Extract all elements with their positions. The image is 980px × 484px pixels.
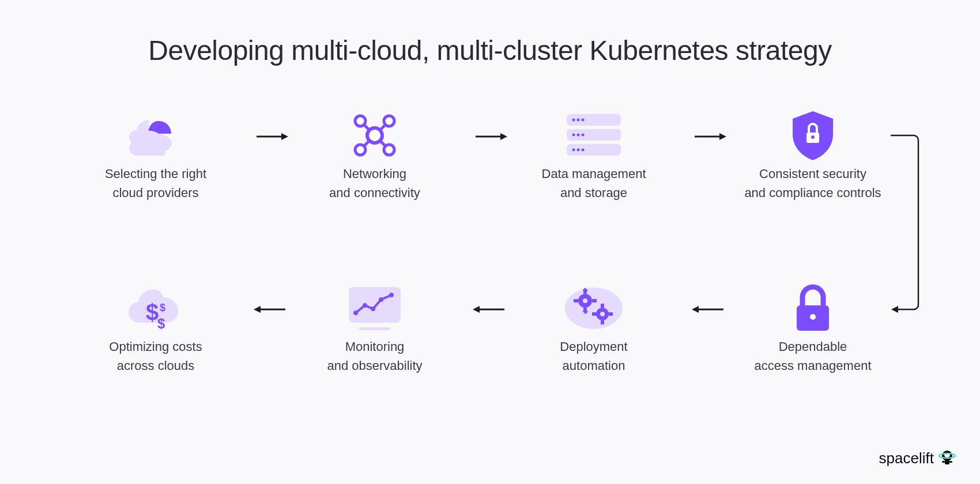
- step-label: Optimizing costs across clouds: [81, 337, 231, 375]
- monitor-chart-icon: [300, 279, 450, 337]
- shield-icon: [738, 107, 888, 164]
- cloud-cost-icon: $ $ $: [81, 279, 231, 337]
- svg-rect-54: [359, 327, 390, 330]
- svg-point-46: [600, 312, 605, 316]
- svg-rect-68: [945, 460, 949, 464]
- svg-point-25: [577, 149, 580, 152]
- arrow-right-icon: [692, 131, 726, 142]
- svg-rect-69: [942, 461, 945, 463]
- astronaut-icon: [937, 448, 957, 468]
- brand-logo: spacelift: [879, 448, 957, 468]
- svg-rect-42: [592, 299, 597, 302]
- arrow-left-icon: [692, 304, 726, 315]
- step-label: Monitoring and observability: [300, 337, 450, 375]
- step-networking: Networking and connectivity: [300, 107, 450, 202]
- svg-point-55: [353, 311, 358, 315]
- step-monitoring: Monitoring and observability: [300, 279, 450, 375]
- brand-name: spacelift: [879, 449, 934, 467]
- svg-text:$: $: [146, 300, 159, 325]
- svg-point-38: [583, 298, 587, 303]
- svg-rect-70: [949, 461, 952, 463]
- svg-point-33: [810, 314, 816, 320]
- step-access-mgmt: Dependable access management: [738, 279, 888, 375]
- svg-point-9: [355, 116, 365, 126]
- svg-point-22: [577, 134, 580, 137]
- arrow-right-icon: [254, 131, 288, 142]
- svg-marker-52: [473, 306, 480, 313]
- cloud-icon: [81, 107, 231, 164]
- svg-point-18: [572, 119, 575, 122]
- step-label: Selecting the right cloud providers: [81, 164, 231, 202]
- arrow-right-icon: [473, 131, 507, 142]
- svg-rect-41: [574, 299, 578, 302]
- network-icon: [300, 107, 450, 164]
- svg-rect-47: [601, 304, 604, 308]
- svg-point-57: [371, 307, 375, 311]
- svg-point-58: [379, 297, 383, 302]
- arrow-left-icon: [473, 304, 507, 315]
- database-icon: [519, 107, 669, 164]
- step-cost-optimize: $ $ $ Optimizing costs across clouds: [81, 279, 231, 375]
- svg-marker-28: [719, 133, 726, 140]
- svg-point-10: [384, 116, 394, 126]
- step-label: Networking and connectivity: [300, 164, 450, 202]
- svg-marker-3: [281, 133, 288, 140]
- svg-rect-50: [609, 312, 613, 316]
- svg-point-12: [384, 145, 394, 155]
- svg-text:$: $: [157, 316, 165, 331]
- svg-point-11: [355, 145, 365, 155]
- svg-point-19: [577, 119, 580, 122]
- step-cloud-providers: Selecting the right cloud providers: [81, 107, 231, 202]
- flow-container: Selecting the right cloud providers Netw…: [81, 107, 899, 429]
- step-label: Dependable access management: [738, 337, 888, 375]
- step-data-storage: Data management and storage: [519, 107, 669, 202]
- svg-point-30: [811, 135, 815, 139]
- svg-rect-48: [601, 320, 604, 324]
- svg-point-8: [367, 128, 382, 143]
- svg-rect-49: [592, 312, 596, 316]
- svg-point-23: [582, 134, 585, 137]
- step-label: Deployment automation: [519, 337, 669, 375]
- svg-marker-31: [891, 306, 898, 313]
- svg-point-20: [582, 119, 585, 122]
- step-security: Consistent security and compliance contr…: [738, 107, 888, 202]
- svg-point-59: [389, 293, 394, 297]
- svg-marker-61: [254, 306, 261, 313]
- svg-point-36: [565, 288, 623, 329]
- svg-point-24: [572, 149, 575, 152]
- svg-marker-35: [692, 306, 699, 313]
- lock-icon: [738, 279, 888, 337]
- svg-point-21: [572, 134, 575, 137]
- step-label: Consistent security and compliance contr…: [738, 164, 888, 202]
- svg-marker-14: [500, 133, 507, 140]
- diagram-title: Developing multi-cloud, multi-cluster Ku…: [0, 0, 980, 66]
- turn-connector-icon: [888, 132, 922, 316]
- svg-point-56: [363, 303, 367, 308]
- svg-text:$: $: [160, 302, 165, 313]
- arrow-left-icon: [254, 304, 288, 315]
- step-deploy-automation: Deployment automation: [519, 279, 669, 375]
- svg-point-26: [582, 149, 585, 152]
- svg-rect-53: [349, 287, 401, 323]
- gears-icon: [519, 279, 669, 337]
- svg-point-1: [133, 139, 149, 153]
- step-label: Data management and storage: [519, 164, 669, 202]
